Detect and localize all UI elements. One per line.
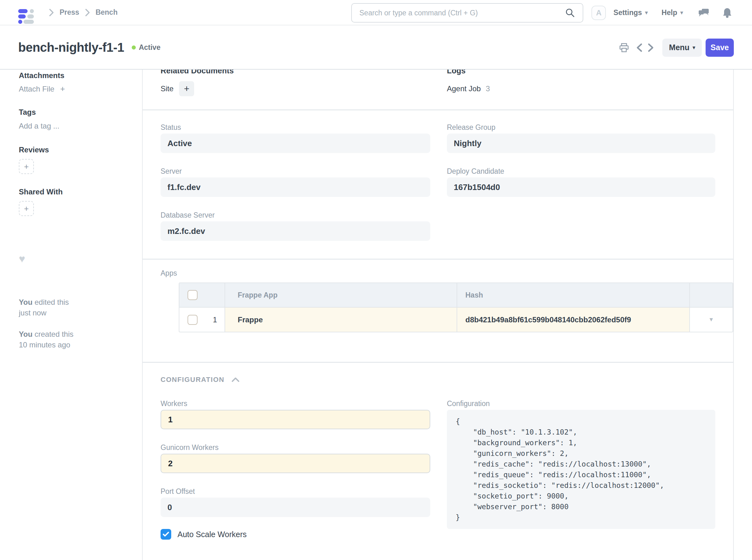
frappe-app-cell[interactable]: Frappe bbox=[238, 316, 263, 324]
release-group-value[interactable]: Nightly bbox=[447, 134, 715, 153]
created-action: created this bbox=[33, 330, 74, 338]
agent-job-link[interactable]: Agent Job bbox=[447, 84, 481, 93]
configuration-json-label: Configuration bbox=[447, 399, 715, 408]
page-title: bench-nightly-f1-1 bbox=[18, 40, 124, 55]
edited-when: just now bbox=[19, 308, 46, 317]
edited-activity: You edited this just now bbox=[19, 297, 122, 318]
workers-input[interactable]: 1 bbox=[161, 410, 430, 429]
logs-heading: Logs bbox=[447, 69, 715, 76]
chat-icon[interactable] bbox=[698, 7, 709, 18]
hash-column-header: Hash bbox=[466, 291, 483, 299]
chevron-right-icon bbox=[49, 8, 54, 17]
form-body: Related Documents Site + Logs Agent Job … bbox=[143, 69, 734, 560]
release-group-field: Release Group Nightly bbox=[447, 123, 715, 153]
caret-down-icon: ▾ bbox=[693, 44, 695, 51]
plus-icon: + bbox=[24, 162, 28, 172]
menu-button[interactable]: Menu ▾ bbox=[662, 39, 702, 57]
plus-icon: + bbox=[24, 204, 28, 214]
save-button[interactable]: Save bbox=[706, 39, 734, 57]
plus-icon: + bbox=[184, 83, 190, 94]
prev-document-icon[interactable] bbox=[636, 43, 643, 52]
notifications-bell-icon[interactable] bbox=[723, 7, 732, 18]
attach-file-label: Attach File bbox=[19, 85, 54, 93]
status-field: Status Active bbox=[161, 123, 430, 153]
hash-cell[interactable]: d8b421b49a8bf61c599b048140cbb2062fed50f9 bbox=[466, 316, 631, 324]
port-offset-label: Port Offset bbox=[161, 487, 430, 496]
created-when: 10 minutes ago bbox=[19, 341, 70, 349]
configuration-section: CONFIGURATION Workers 1 Gunicorn Workers… bbox=[143, 375, 733, 560]
like-heart-icon[interactable]: ♥ bbox=[19, 254, 142, 264]
settings-menu[interactable]: Settings ▾ bbox=[613, 8, 648, 17]
avatar[interactable]: A bbox=[591, 6, 606, 20]
created-actor: You bbox=[19, 330, 33, 338]
plus-icon: + bbox=[60, 84, 65, 94]
database-server-value[interactable]: m2.fc.dev bbox=[161, 221, 430, 241]
auto-scale-workers-checkbox[interactable] bbox=[161, 529, 171, 540]
agent-job-count: 3 bbox=[486, 84, 490, 93]
page-head: bench-nightly-f1-1 Active Menu ▾ Save bbox=[0, 26, 752, 69]
overview-section: Status Active Server f1.fc.dev Database … bbox=[143, 111, 733, 260]
breadcrumb-bench[interactable]: Bench bbox=[96, 8, 118, 17]
server-label: Server bbox=[161, 167, 430, 176]
port-offset-value[interactable]: 0 bbox=[161, 498, 430, 517]
status-indicator-dot bbox=[132, 45, 136, 49]
database-server-label: Database Server bbox=[161, 211, 430, 219]
global-search[interactable] bbox=[351, 3, 583, 23]
reviews-heading: Reviews bbox=[19, 145, 142, 155]
apps-grid-header: Frappe App Hash bbox=[179, 283, 733, 307]
status-indicator-label: Active bbox=[139, 43, 161, 52]
form-sidebar: Attachments Attach File + Tags Add a tag… bbox=[0, 69, 143, 560]
status-value[interactable]: Active bbox=[161, 134, 430, 153]
related-documents-heading: Related Documents bbox=[161, 69, 430, 76]
chevron-right-icon bbox=[85, 8, 90, 17]
frappe-app-column-header: Frappe App bbox=[238, 291, 278, 299]
deploy-candidate-value[interactable]: 167b1504d0 bbox=[447, 178, 715, 197]
row-index: 1 bbox=[198, 316, 224, 324]
gunicorn-workers-input[interactable]: 2 bbox=[161, 454, 430, 473]
auto-scale-workers-field: Auto Scale Workers bbox=[161, 529, 430, 540]
row-expand-dropdown[interactable]: ▼ bbox=[690, 307, 733, 332]
chevron-down-icon: ▾ bbox=[680, 9, 683, 16]
workers-field: Workers 1 bbox=[161, 399, 430, 429]
menu-button-label: Menu bbox=[669, 43, 689, 52]
created-activity: You created this 10 minutes ago bbox=[19, 329, 122, 350]
search-icon bbox=[565, 8, 575, 18]
auto-scale-workers-label: Auto Scale Workers bbox=[178, 530, 246, 539]
server-field: Server f1.fc.dev bbox=[161, 167, 430, 197]
help-label: Help bbox=[662, 8, 677, 17]
configuration-json-value[interactable]: { "db_host": "10.1.3.102", "background_w… bbox=[447, 410, 715, 529]
apps-section: Apps Frappe App Hash 1 Frappe d8b421b49a… bbox=[143, 269, 733, 363]
gunicorn-workers-label: Gunicorn Workers bbox=[161, 443, 430, 452]
print-icon[interactable] bbox=[619, 43, 629, 53]
add-review-button[interactable]: + bbox=[19, 159, 34, 174]
row-checkbox[interactable] bbox=[187, 315, 198, 325]
help-menu[interactable]: Help ▾ bbox=[662, 8, 683, 17]
tags-heading: Tags bbox=[19, 107, 142, 117]
next-document-icon[interactable] bbox=[647, 43, 654, 52]
attach-file-button[interactable]: Attach File + bbox=[19, 84, 142, 94]
search-input[interactable] bbox=[359, 9, 565, 17]
chevron-up-icon bbox=[232, 377, 240, 382]
configuration-section-title: CONFIGURATION bbox=[161, 375, 224, 384]
new-site-button[interactable]: + bbox=[179, 81, 194, 96]
app-logo-icon[interactable] bbox=[18, 5, 34, 20]
configuration-section-toggle[interactable]: CONFIGURATION bbox=[161, 375, 715, 384]
database-server-field: Database Server m2.fc.dev bbox=[161, 211, 430, 241]
select-all-checkbox[interactable] bbox=[187, 290, 198, 300]
status-label: Status bbox=[161, 123, 430, 132]
server-value[interactable]: f1.fc.dev bbox=[161, 178, 430, 197]
deploy-candidate-label: Deploy Candidate bbox=[447, 167, 715, 176]
add-share-button[interactable]: + bbox=[19, 201, 34, 216]
workers-label: Workers bbox=[161, 399, 430, 408]
table-row: 1 Frappe d8b421b49a8bf61c599b048140cbb20… bbox=[179, 307, 733, 332]
breadcrumb-press[interactable]: Press bbox=[60, 8, 79, 17]
release-group-label: Release Group bbox=[447, 123, 715, 132]
breadcrumb: Press Bench bbox=[43, 8, 118, 17]
apps-grid: Frappe App Hash 1 Frappe d8b421b49a8bf61… bbox=[179, 282, 733, 332]
add-tag-button[interactable]: Add a tag ... bbox=[19, 121, 142, 131]
attachments-heading: Attachments bbox=[19, 71, 142, 80]
edited-action: edited this bbox=[33, 298, 69, 306]
dropdown-triangle-icon: ▼ bbox=[708, 316, 714, 323]
site-link[interactable]: Site bbox=[161, 84, 173, 93]
port-offset-field: Port Offset 0 bbox=[161, 487, 430, 517]
